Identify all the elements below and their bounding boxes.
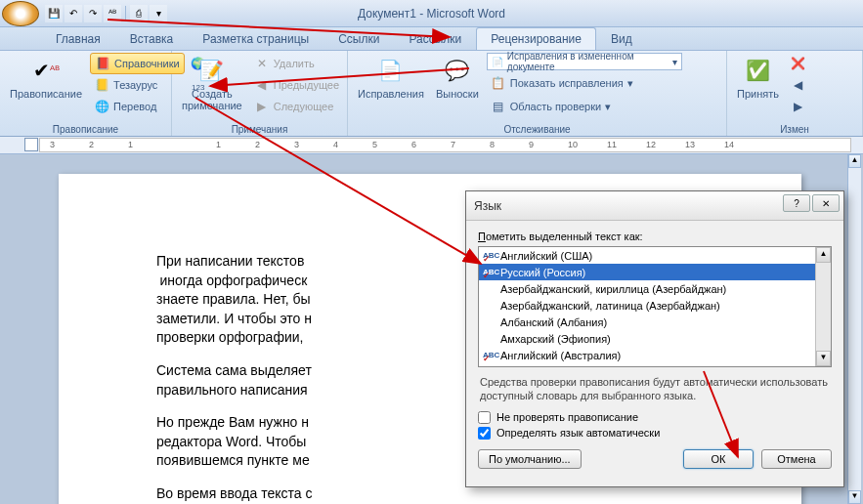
spelling-icon: ✔ᴬᴮ xyxy=(30,55,62,86)
group-tracking-label: Отслеживание xyxy=(348,124,726,135)
cancel-button[interactable]: Отмена xyxy=(761,449,832,469)
next-change-icon: ▶ xyxy=(791,99,806,114)
list-item[interactable]: ABCАнглийский (Австралия) xyxy=(479,347,831,363)
qat-redo[interactable]: ↷ xyxy=(84,5,102,22)
tab-selector[interactable] xyxy=(24,138,38,151)
vertical-scrollbar[interactable]: ▲ ▼ xyxy=(847,154,861,504)
comment-icon: 📝 xyxy=(196,55,228,86)
dialog-close-button[interactable]: ✕ xyxy=(812,194,840,212)
tab-layout[interactable]: Разметка страницы xyxy=(188,27,324,50)
group-changes-label: Измен xyxy=(727,124,862,135)
doc-icon: 📄 xyxy=(492,57,503,67)
reviewing-pane-button[interactable]: ▤Область проверки ▾ xyxy=(487,96,682,117)
list-item[interactable]: Албанский (Албания) xyxy=(479,314,831,330)
translate-icon: 🌐 xyxy=(94,99,109,114)
spelling-button[interactable]: ✔ᴬᴮ Правописание xyxy=(6,53,86,102)
tab-view[interactable]: Вид xyxy=(596,27,647,50)
group-proofing: ✔ᴬᴮ Правописание 📕Справочники 📒Тезаурус … xyxy=(0,51,172,136)
list-item[interactable]: Амхарский (Эфиопия) xyxy=(479,330,831,347)
default-button[interactable]: По умолчанию... xyxy=(478,449,582,469)
ruler-track[interactable]: 3 2 1 1 2 3 4 5 6 7 8 9 10 11 12 13 14 xyxy=(39,138,851,152)
scroll-down-icon[interactable]: ▼ xyxy=(816,351,831,366)
group-proofing-label: Правописание xyxy=(0,124,171,135)
ok-button[interactable]: ОК xyxy=(683,449,754,469)
tab-refs[interactable]: Ссылки xyxy=(324,27,394,50)
list-item[interactable]: Азербайджанский, кириллица (Азербайджан) xyxy=(479,280,831,297)
reject-button[interactable]: ❌ xyxy=(787,53,810,74)
next-icon: ▶ xyxy=(254,99,270,114)
display-for-review-dropdown[interactable]: 📄Исправления в измененном документе▾ xyxy=(487,53,682,70)
balloons-button[interactable]: 💬 Выноски xyxy=(432,53,483,102)
ribbon: ✔ᴬᴮ Правописание 📕Справочники 📒Тезаурус … xyxy=(0,51,863,137)
office-button[interactable] xyxy=(2,1,39,26)
show-markup-button[interactable]: 📋Показать исправления ▾ xyxy=(487,72,682,94)
prev-comment-button: ◀Предыдущее xyxy=(250,74,343,96)
dialog-titlebar[interactable]: Язык ? ✕ xyxy=(466,191,843,221)
new-comment-button[interactable]: 📝 Создать примечание xyxy=(178,53,246,113)
scroll-up-icon[interactable]: ▲ xyxy=(848,154,861,168)
tab-insert[interactable]: Вставка xyxy=(115,27,189,50)
group-changes: ✅ Принять ❌ ◀ ▶ Измен xyxy=(727,51,863,136)
translate-button[interactable]: 🌐Перевод xyxy=(90,96,185,117)
tab-review[interactable]: Рецензирование xyxy=(476,27,596,50)
accept-icon: ✅ xyxy=(742,55,773,86)
dialog-note: Средства проверки правописания будут авт… xyxy=(480,375,830,403)
spellcheck-mark-icon: ABC xyxy=(483,351,496,359)
show-icon: 📋 xyxy=(491,75,506,91)
qat-print[interactable]: ⎙ xyxy=(130,5,148,22)
checkbox-input[interactable] xyxy=(478,411,491,424)
dialog-label: Пометить выделенный текст как: xyxy=(478,231,832,242)
track-changes-button[interactable]: 📄 Исправления xyxy=(354,53,428,102)
next-change-button[interactable]: ▶ xyxy=(787,96,810,117)
tab-mailings[interactable]: Рассылки xyxy=(394,27,476,50)
delete-comment-button: ✕Удалить xyxy=(250,53,343,74)
title-bar: 💾 ↶ ↷ ᴬᴮ ⎙ ▾ Документ1 - Microsoft Word xyxy=(0,0,863,27)
thesaurus-icon: 📒 xyxy=(94,77,109,93)
language-listbox[interactable]: ABCАнглийский (США) ABCРусский (Россия) … xyxy=(478,246,832,367)
dialog-help-button[interactable]: ? xyxy=(783,194,810,212)
list-item[interactable]: ABCАнглийский (Белиз) xyxy=(479,363,831,367)
pane-icon: ▤ xyxy=(491,99,506,114)
list-item[interactable]: ABCРусский (Россия) xyxy=(479,264,831,280)
checkbox-input[interactable] xyxy=(478,427,491,440)
spellcheck-mark-icon: ABC xyxy=(483,268,496,276)
list-scrollbar[interactable]: ▲ ▼ xyxy=(815,247,831,366)
auto-detect-checkbox[interactable]: Определять язык автоматически xyxy=(478,427,832,440)
tab-home[interactable]: Главная xyxy=(41,27,115,50)
scroll-down-icon[interactable]: ▼ xyxy=(848,490,861,504)
dialog-title: Язык xyxy=(474,199,501,213)
group-tracking: 📄 Исправления 💬 Выноски 📄Исправления в и… xyxy=(348,51,727,136)
track-icon: 📄 xyxy=(375,55,407,86)
qat-spell[interactable]: ᴬᴮ xyxy=(104,5,121,22)
qat-undo[interactable]: ↶ xyxy=(65,5,82,22)
balloons-icon: 💬 xyxy=(442,55,473,86)
chevron-down-icon: ▾ xyxy=(672,57,677,67)
thesaurus-button[interactable]: 📒Тезаурус xyxy=(90,74,185,96)
spellcheck-mark-icon: ABC xyxy=(483,251,496,260)
ruler: 3 2 1 1 2 3 4 5 6 7 8 9 10 11 12 13 14 xyxy=(0,137,863,154)
group-comments: 📝 Создать примечание ✕Удалить ◀Предыдуще… xyxy=(172,51,348,136)
list-item[interactable]: ABCАнглийский (США) xyxy=(479,247,831,264)
prev-change-button[interactable]: ◀ xyxy=(787,74,810,96)
prev-icon: ◀ xyxy=(254,77,270,93)
quick-access-toolbar: 💾 ↶ ↷ ᴬᴮ ⎙ ▾ xyxy=(45,5,167,22)
prev-change-icon: ◀ xyxy=(791,77,806,93)
no-check-checkbox[interactable]: Не проверять правописание xyxy=(478,411,832,424)
qat-save[interactable]: 💾 xyxy=(45,5,63,22)
next-comment-button: ▶Следующее xyxy=(250,96,343,117)
qat-more[interactable]: ▾ xyxy=(150,5,167,22)
group-comments-label: Примечания xyxy=(172,124,347,135)
list-item[interactable]: Азербайджанский, латиница (Азербайджан) xyxy=(479,297,831,314)
ribbon-tabs: Главная Вставка Разметка страницы Ссылки… xyxy=(0,27,863,51)
accept-button[interactable]: ✅ Принять xyxy=(733,53,783,102)
references-button[interactable]: 📕Справочники xyxy=(90,53,185,74)
scroll-up-icon[interactable]: ▲ xyxy=(816,247,831,263)
book-icon: 📕 xyxy=(95,56,110,71)
language-dialog: Язык ? ✕ Пометить выделенный текст как: … xyxy=(465,190,844,487)
reject-icon: ❌ xyxy=(791,56,806,71)
delete-icon: ✕ xyxy=(254,56,270,71)
